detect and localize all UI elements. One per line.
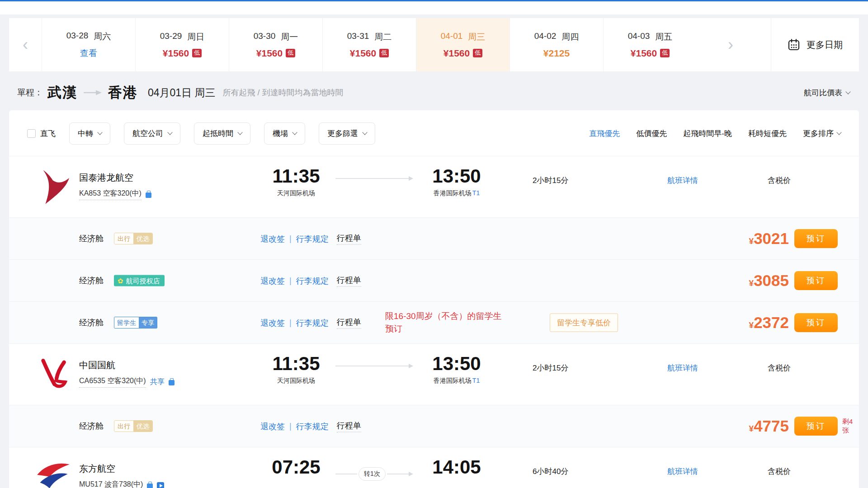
flight-details-link[interactable]: 航班详情 bbox=[667, 363, 698, 373]
date-tab-0328[interactable]: 03-28周六 查看 bbox=[42, 18, 135, 71]
cabin-class: 经济舱 bbox=[79, 317, 104, 328]
prev-dates-arrow[interactable]: ‹ bbox=[9, 18, 42, 71]
date-strip: ‹ 03-28周六 查看 03-29周日 ¥1560低 03-30周一 ¥156… bbox=[9, 18, 859, 71]
sort-shortest-duration[interactable]: 耗時短優先 bbox=[748, 128, 787, 139]
fare-price: ¥4775 bbox=[701, 417, 789, 435]
flower-icon: ✿ bbox=[118, 277, 123, 284]
baggage-policy-link[interactable]: 行李规定 bbox=[296, 317, 329, 328]
origin-city: 武漢 bbox=[47, 83, 77, 102]
itinerary-link[interactable]: 行程单 bbox=[337, 233, 361, 245]
route-header: 單程： 武漢 香港 04月01日 周三 所有起飛 / 到達時間均為當地時間 航司… bbox=[0, 71, 868, 110]
flight-number-aircraft[interactable]: CA6535 空客320(中) bbox=[79, 376, 146, 388]
book-button[interactable]: 预订 bbox=[794, 229, 838, 248]
chevron-down-icon bbox=[167, 130, 172, 135]
sort-departure-time[interactable]: 起飛時間早-晚 bbox=[683, 128, 732, 139]
arrival-airport: 香港国际机场 bbox=[434, 189, 472, 197]
next-dates-arrow[interactable]: › bbox=[697, 18, 764, 71]
book-button[interactable]: 预订 bbox=[794, 417, 838, 436]
student-low-price-badge: 留学生专享低价 bbox=[550, 314, 618, 332]
weekday-label: 周四 bbox=[561, 31, 579, 43]
book-button[interactable]: 预订 bbox=[794, 271, 838, 290]
airline-name: 东方航空 bbox=[79, 463, 115, 475]
date-tab-0330[interactable]: 03-30周一 ¥1560低 bbox=[229, 18, 322, 71]
route-line-icon bbox=[335, 176, 413, 181]
travel-preferred-badge: 出行优选 bbox=[114, 233, 153, 244]
airline-name: 中国国航 bbox=[79, 359, 115, 371]
flight-duration: 2小时15分 bbox=[533, 363, 568, 373]
itinerary-link[interactable]: 行程单 bbox=[337, 420, 361, 432]
flight-details-link[interactable]: 航班详情 bbox=[667, 175, 698, 186]
sort-more-dropdown[interactable]: 更多排序 bbox=[803, 128, 841, 139]
date-tab-0331[interactable]: 03-31周二 ¥1560低 bbox=[322, 18, 416, 71]
refund-policy-link[interactable]: 退改签 bbox=[260, 317, 285, 328]
direct-only-label[interactable]: 直飞 bbox=[40, 128, 56, 139]
video-play-icon[interactable] bbox=[157, 482, 164, 488]
chevron-down-icon bbox=[97, 130, 102, 135]
flight-header-MU517[interactable]: 东方航空 MU517 波音738(中) 07:25 转1次 14:05 6小时4… bbox=[9, 447, 859, 488]
itinerary-link[interactable]: 行程单 bbox=[337, 317, 361, 329]
chevron-down-icon bbox=[237, 130, 242, 135]
refund-policy-link[interactable]: 退改签 bbox=[260, 421, 285, 432]
refund-policy-link[interactable]: 退改签 bbox=[260, 233, 285, 244]
departure-airport: 天河国际机场 bbox=[259, 189, 333, 197]
date-tab-0329[interactable]: 03-29周日 ¥1560低 bbox=[135, 18, 229, 71]
arrival-time: 13:50 bbox=[410, 353, 503, 375]
flight-duration: 6小时40分 bbox=[533, 466, 568, 477]
seats-remaining-label: 剩4张 bbox=[842, 418, 859, 435]
itinerary-link[interactable]: 行程单 bbox=[337, 275, 361, 287]
calendar-icon bbox=[788, 38, 800, 51]
filter-time-dropdown[interactable]: 起抵時間 bbox=[194, 122, 250, 145]
tax-included-label: 含税价 bbox=[768, 175, 791, 186]
fare-row-travel-preferred: 经济舱 出行优选 退改签 | 行李规定 行程单 ¥4775 预订 剩4张 bbox=[9, 405, 859, 447]
filter-transfer-dropdown[interactable]: 中轉 bbox=[69, 122, 110, 145]
flight-number-aircraft[interactable]: MU517 波音738(中) bbox=[79, 480, 143, 488]
baggage-policy-link[interactable]: 行李规定 bbox=[296, 421, 329, 432]
baggage-policy-link[interactable]: 行李规定 bbox=[296, 275, 329, 286]
date-price: ¥1560 bbox=[256, 48, 283, 59]
cathay-dragon-logo-icon bbox=[36, 169, 71, 205]
flight-number-aircraft[interactable]: KA853 空客320(中) bbox=[79, 189, 142, 200]
travel-preferred-badge: 出行优选 bbox=[114, 420, 153, 432]
airline-price-compare-link[interactable]: 航司比價表 bbox=[804, 88, 850, 98]
chevron-down-icon bbox=[362, 130, 367, 135]
filter-airport-dropdown[interactable]: 機場 bbox=[264, 122, 305, 145]
refund-policy-link[interactable]: 退改签 bbox=[260, 275, 285, 286]
date-tab-0402[interactable]: 04-02周四 ¥2125 bbox=[509, 18, 603, 71]
flight-duration: 2小时15分 bbox=[533, 175, 568, 186]
weekday-label: 周二 bbox=[374, 31, 392, 43]
view-price-link[interactable]: 查看 bbox=[80, 47, 97, 59]
filter-bar: 直飞 中轉 航空公司 起抵時間 機場 更多篩選 直飛優先 低價優先 起飛時間早-… bbox=[9, 110, 859, 156]
date-tab-0401-selected[interactable]: 04-01周三 ¥1560低 bbox=[416, 18, 509, 71]
direct-only-checkbox[interactable] bbox=[27, 129, 36, 138]
more-dates-button[interactable]: 更多日期 bbox=[771, 18, 859, 71]
chevron-down-icon bbox=[836, 130, 841, 135]
terminal-label: T1 bbox=[472, 189, 480, 197]
route-line-icon bbox=[335, 364, 413, 368]
flight-details-link[interactable]: 航班详情 bbox=[667, 466, 698, 477]
tax-included-label: 含税价 bbox=[768, 466, 791, 477]
fare-row-travel-preferred: 经济舱 出行优选 退改签 | 行李规定 行程单 ¥3021 预订 bbox=[9, 217, 859, 259]
arrival-time: 14:05 bbox=[410, 456, 503, 478]
date-label: 03-28 bbox=[66, 31, 89, 42]
low-price-badge: 低 bbox=[286, 49, 295, 57]
sort-low-price-first[interactable]: 低價優先 bbox=[636, 128, 667, 139]
sort-direct-first[interactable]: 直飛優先 bbox=[589, 128, 620, 139]
departure-time: 11:35 bbox=[259, 165, 333, 187]
date-price: ¥1560 bbox=[163, 48, 189, 59]
filter-more-dropdown[interactable]: 更多篩選 bbox=[319, 122, 375, 145]
top-spacer bbox=[0, 1, 868, 14]
baggage-policy-link[interactable]: 行李规定 bbox=[296, 233, 329, 244]
fare-price: ¥2372 bbox=[701, 314, 789, 332]
more-dates-label: 更多日期 bbox=[807, 39, 843, 51]
fare-row-authorized-store: 经济舱 ✿ 航司授权店 退改签 | 行李规定 行程单 ¥3085 预订 bbox=[9, 259, 859, 301]
flight-header-CA6535[interactable]: 中国国航 CA6535 空客320(中) 共享 11:35 天河国际机场 13:… bbox=[9, 343, 859, 405]
terminal-label: T1 bbox=[472, 377, 480, 384]
date-label: 04-03 bbox=[628, 31, 650, 43]
date-tab-0403[interactable]: 04-03周五 ¥1560低 bbox=[603, 18, 697, 71]
filter-airline-dropdown[interactable]: 航空公司 bbox=[124, 122, 180, 145]
flight-header-KA853[interactable]: 国泰港龙航空 KA853 空客320(中) 11:35 天河国际机场 13:50… bbox=[9, 156, 859, 217]
departure-time: 11:35 bbox=[259, 353, 333, 375]
low-price-badge: 低 bbox=[660, 49, 670, 57]
date-price: ¥2125 bbox=[543, 48, 570, 59]
book-button[interactable]: 预订 bbox=[794, 313, 838, 332]
